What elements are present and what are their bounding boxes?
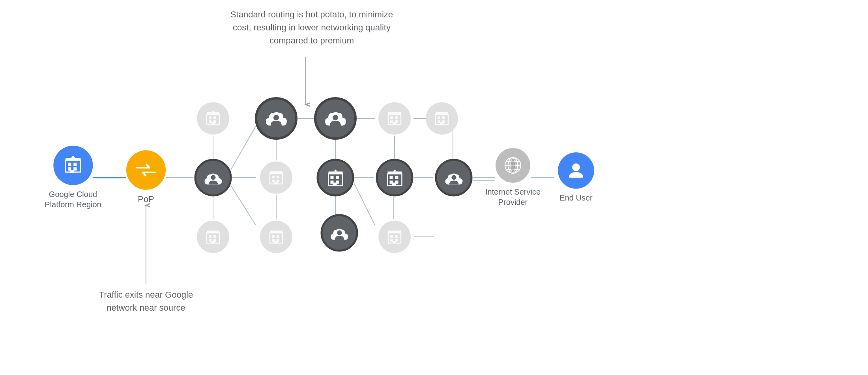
svg-rect-27 <box>68 163 71 166</box>
pop-label: PoP <box>138 194 154 205</box>
node-n10 <box>376 159 413 197</box>
svg-rect-68 <box>270 231 282 233</box>
svg-rect-48 <box>213 235 216 238</box>
svg-marker-34 <box>71 156 75 158</box>
svg-rect-111 <box>436 112 448 114</box>
top-annotation: Standard routing is hot potato, to minim… <box>229 8 395 47</box>
end-user-node: End User <box>558 152 594 203</box>
svg-rect-38 <box>209 116 211 119</box>
isp-label: Internet Service Provider <box>485 187 541 207</box>
svg-rect-100 <box>395 116 398 119</box>
pop-node: PoP <box>126 150 166 205</box>
svg-point-53 <box>273 115 279 120</box>
gcp-label: Google Cloud Platform Region <box>45 189 101 210</box>
cloud-icon-n9 <box>329 225 350 240</box>
svg-rect-72 <box>330 176 333 179</box>
n11-circle <box>378 221 411 253</box>
node-n8 <box>317 159 354 197</box>
building-n12 <box>386 110 403 127</box>
svg-rect-64 <box>277 235 279 238</box>
n2-circle <box>197 102 229 135</box>
isp-node: Internet Service Provider <box>485 148 541 207</box>
svg-point-69 <box>333 115 338 120</box>
svg-rect-101 <box>390 120 393 123</box>
svg-rect-97 <box>388 231 401 233</box>
svg-rect-83 <box>389 176 393 179</box>
svg-rect-99 <box>390 116 393 119</box>
svg-rect-92 <box>390 235 393 238</box>
svg-point-81 <box>335 236 343 239</box>
n13-circle <box>426 102 458 135</box>
n4-circle <box>255 97 297 140</box>
svg-line-6 <box>231 126 256 170</box>
node-n9 <box>321 214 358 252</box>
isp-circle <box>496 148 530 183</box>
svg-rect-108 <box>438 120 440 123</box>
svg-point-119 <box>572 163 580 171</box>
svg-rect-65 <box>272 239 275 242</box>
svg-point-113 <box>450 180 458 184</box>
svg-rect-61 <box>270 171 282 174</box>
building-icon-n5 <box>268 169 285 186</box>
svg-rect-49 <box>209 239 211 242</box>
node-n1 <box>195 159 232 197</box>
svg-point-112 <box>451 175 456 180</box>
svg-rect-106 <box>438 116 440 119</box>
n1-circle <box>195 159 232 197</box>
svg-rect-87 <box>392 182 396 186</box>
node-n15 <box>435 159 473 197</box>
node-n4 <box>255 97 297 140</box>
svg-rect-52 <box>207 231 219 233</box>
svg-rect-57 <box>277 176 279 178</box>
svg-rect-73 <box>336 176 339 179</box>
svg-rect-58 <box>272 180 275 182</box>
globe-icon <box>503 155 523 176</box>
n10-circle <box>376 159 413 197</box>
svg-rect-42 <box>211 122 215 125</box>
cloud-icon <box>203 170 223 185</box>
svg-rect-31 <box>70 170 74 173</box>
svg-rect-39 <box>213 116 216 119</box>
svg-marker-90 <box>393 169 397 171</box>
cloud-icon-lg <box>264 110 288 127</box>
svg-rect-63 <box>272 235 275 238</box>
building-n11 <box>386 228 403 246</box>
n3-circle <box>197 221 229 253</box>
n15-circle <box>435 159 473 197</box>
svg-point-36 <box>209 180 217 184</box>
building-icon <box>62 155 84 176</box>
n5-circle <box>260 161 292 194</box>
building-dark-n10 <box>384 167 405 188</box>
bottom-annotation: Traffic exits near Google network near s… <box>87 288 205 314</box>
svg-rect-104 <box>388 112 401 114</box>
n9-circle <box>321 214 358 252</box>
svg-marker-79 <box>333 169 337 171</box>
building-dark-n8 <box>325 167 346 188</box>
building-icon-sm2 <box>204 228 222 246</box>
svg-rect-94 <box>390 239 393 242</box>
node-n7 <box>314 97 357 140</box>
node-n11 <box>378 221 411 253</box>
n7-circle <box>314 97 357 140</box>
node-n13 <box>426 102 458 135</box>
gcp-circle <box>53 146 93 185</box>
n8-circle <box>317 159 354 197</box>
building-icon-n6 <box>268 228 285 246</box>
arrows-icon <box>135 163 157 177</box>
svg-point-70 <box>331 121 340 125</box>
diagram-container: Standard routing is hot potato, to minim… <box>0 0 868 375</box>
cloud-icon-lg2 <box>324 110 347 127</box>
node-n2 <box>197 102 229 135</box>
cloud-icon-n15 <box>443 170 464 185</box>
svg-rect-107 <box>442 116 445 119</box>
svg-rect-51 <box>211 241 215 243</box>
end-user-label: End User <box>559 193 592 203</box>
node-n5 <box>260 161 292 194</box>
person-icon <box>566 160 586 181</box>
svg-rect-60 <box>274 182 278 184</box>
svg-rect-84 <box>395 176 398 179</box>
svg-rect-96 <box>393 241 396 243</box>
node-n12 <box>378 102 411 135</box>
node-n3 <box>197 221 229 253</box>
svg-point-35 <box>211 175 215 180</box>
